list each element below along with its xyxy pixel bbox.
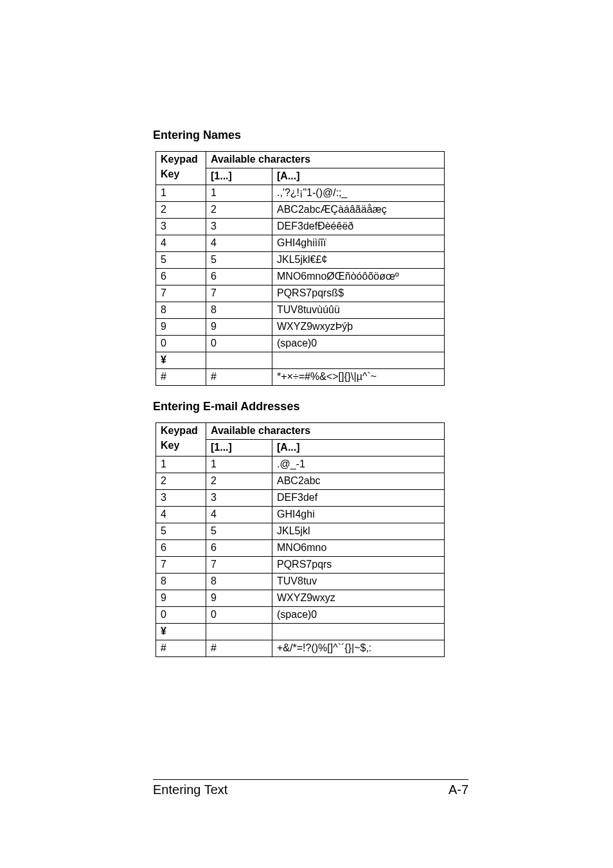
cell-key: ¥	[156, 352, 206, 369]
th-num: [1...]	[206, 168, 272, 185]
table-row: 00(space)0	[156, 607, 445, 624]
cell-num: 3	[206, 219, 272, 235]
table-row: 99WXYZ9wxyzÞýþ	[156, 319, 445, 336]
footer-section-title: Entering Text	[153, 782, 227, 797]
document-page: Entering Names Keypad Key Available char…	[0, 0, 613, 868]
cell-key: 0	[156, 607, 206, 624]
cell-alpha: (space)0	[272, 336, 445, 352]
cell-num: 7	[206, 557, 272, 574]
table-row: ¥	[156, 624, 445, 640]
page-footer: Entering Text A-7	[153, 779, 468, 797]
table-row: 44GHI4ghi	[156, 507, 445, 523]
cell-alpha: .@_-1	[272, 457, 445, 473]
cell-num: #	[206, 369, 272, 386]
cell-alpha: DEF3defÐèéêëð	[272, 219, 445, 235]
cell-num: 7	[206, 285, 272, 302]
cell-alpha: DEF3def	[272, 490, 445, 507]
table-row: 55JKL5jkl€£¢	[156, 252, 445, 269]
cell-key: 9	[156, 319, 206, 336]
cell-key: 8	[156, 574, 206, 590]
cell-alpha: JKL5jkl	[272, 523, 445, 540]
cell-alpha: +&/*=!?()%[]^`´{}|~$,:	[272, 640, 445, 657]
cell-key: 9	[156, 590, 206, 607]
table-row: 22ABC2abcÆÇàáâãäåæç	[156, 202, 445, 219]
cell-num: 9	[206, 590, 272, 607]
th-keypad: Keypad	[161, 426, 201, 437]
th-keypad: Keypad	[161, 154, 201, 165]
cell-key: 8	[156, 302, 206, 319]
table-row: ¥	[156, 352, 445, 369]
table-row: 33DEF3defÐèéêëð	[156, 219, 445, 235]
cell-key: 3	[156, 219, 206, 235]
table-row: ##+&/*=!?()%[]^`´{}|~$,:	[156, 640, 445, 657]
cell-alpha: TUV8tuvùúûü	[272, 302, 445, 319]
table-row: ##*+×÷=#%&<>[]{}\|µ^`~	[156, 369, 445, 386]
th-available: Available characters	[206, 423, 445, 440]
cell-num: 0	[206, 336, 272, 352]
table-row: 88TUV8tuvùúûü	[156, 302, 445, 319]
cell-num: #	[206, 640, 272, 657]
cell-alpha: .,'?¿!¡"1-()@/:;_	[272, 185, 445, 202]
cell-num: 6	[206, 269, 272, 285]
cell-alpha: WXYZ9wxyz	[272, 590, 445, 607]
cell-key: 2	[156, 202, 206, 219]
table-row: 99WXYZ9wxyz	[156, 590, 445, 607]
cell-alpha: ABC2abcÆÇàáâãäåæç	[272, 202, 445, 219]
th-available: Available characters	[206, 152, 445, 168]
th-num: [1...]	[206, 440, 272, 457]
cell-key: #	[156, 369, 206, 386]
table-entering-names: Keypad Key Available characters [1...] […	[155, 151, 445, 386]
cell-num	[206, 352, 272, 369]
th-key: Key	[161, 169, 201, 180]
table-row: 33DEF3def	[156, 490, 445, 507]
cell-key: 3	[156, 490, 206, 507]
table-row: 88TUV8tuv	[156, 574, 445, 590]
cell-alpha: PQRS7pqrs	[272, 557, 445, 574]
cell-alpha: ABC2abc	[272, 473, 445, 490]
cell-alpha: JKL5jkl€£¢	[272, 252, 445, 269]
cell-num: 3	[206, 490, 272, 507]
table-row: 22ABC2abc	[156, 473, 445, 490]
th-alpha: [A...]	[272, 440, 445, 457]
heading-entering-email: Entering E-mail Addresses	[153, 400, 468, 413]
cell-key: 2	[156, 473, 206, 490]
cell-key: 4	[156, 507, 206, 523]
cell-alpha	[272, 624, 445, 640]
cell-alpha: (space)0	[272, 607, 445, 624]
cell-num	[206, 624, 272, 640]
table-row: 11.@_-1	[156, 457, 445, 473]
cell-key: ¥	[156, 624, 206, 640]
table-row: 11.,'?¿!¡"1-()@/:;_	[156, 185, 445, 202]
table-row: 66MNO6mno	[156, 540, 445, 557]
cell-num: 2	[206, 473, 272, 490]
table-row: 66MNO6mnoØŒñòóôõöøœº	[156, 269, 445, 285]
cell-key: 6	[156, 540, 206, 557]
cell-num: 5	[206, 252, 272, 269]
cell-num: 0	[206, 607, 272, 624]
cell-alpha: GHI4ghi	[272, 507, 445, 523]
cell-num: 1	[206, 185, 272, 202]
cell-key: 1	[156, 185, 206, 202]
cell-num: 6	[206, 540, 272, 557]
footer-page-number: A-7	[449, 782, 468, 797]
table-row: 77PQRS7pqrs	[156, 557, 445, 574]
cell-key: 7	[156, 557, 206, 574]
cell-alpha: TUV8tuv	[272, 574, 445, 590]
cell-key: 4	[156, 235, 206, 252]
th-key: Key	[161, 440, 201, 451]
table-row: 44GHI4ghiìíîï	[156, 235, 445, 252]
cell-num: 1	[206, 457, 272, 473]
cell-alpha: *+×÷=#%&<>[]{}\|µ^`~	[272, 369, 445, 386]
cell-key: 5	[156, 523, 206, 540]
cell-num: 4	[206, 507, 272, 523]
cell-alpha: MNO6mno	[272, 540, 445, 557]
cell-alpha: PQRS7pqrsß$	[272, 285, 445, 302]
cell-num: 9	[206, 319, 272, 336]
cell-num: 8	[206, 574, 272, 590]
cell-key: 1	[156, 457, 206, 473]
th-alpha: [A...]	[272, 168, 445, 185]
footer-rule	[153, 779, 468, 780]
cell-num: 8	[206, 302, 272, 319]
cell-alpha: WXYZ9wxyzÞýþ	[272, 319, 445, 336]
table-row: 55JKL5jkl	[156, 523, 445, 540]
